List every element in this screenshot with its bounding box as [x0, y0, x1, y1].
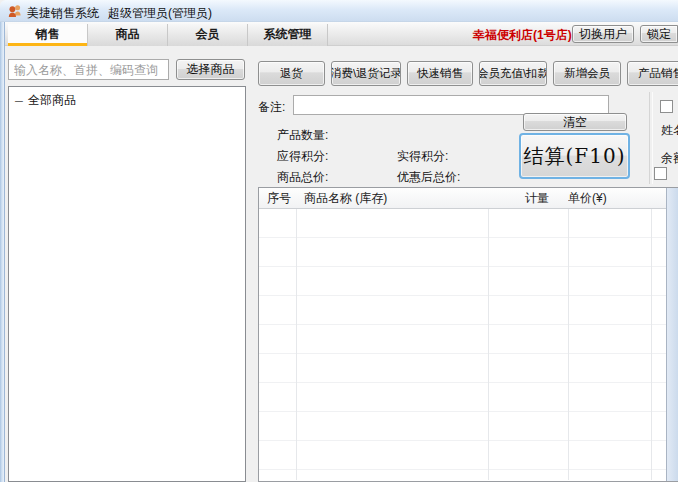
table-vertical-scrollbar[interactable]	[666, 188, 678, 481]
switch-user-button[interactable]: 切换用户	[572, 25, 634, 43]
table-row	[259, 470, 667, 482]
tab-system-management[interactable]: 系统管理	[248, 24, 328, 46]
users-icon	[7, 3, 23, 19]
discounted-total-label: 优惠后总价:	[397, 169, 460, 186]
table-row	[259, 441, 667, 470]
member-balance-label: 余额	[661, 150, 678, 167]
column-header-index: 序号	[259, 188, 296, 208]
lock-button[interactable]: 锁定	[640, 25, 678, 43]
points-actual-label: 实得积分:	[397, 148, 448, 165]
sale-return-records-button[interactable]: 消费\退货记录	[331, 61, 401, 86]
table-row	[259, 209, 667, 238]
table-header: 序号 商品名称 (库存) 计量 单价(¥)	[259, 188, 667, 209]
tree-item-label: 全部商品	[28, 92, 76, 109]
tab-sales[interactable]: 销售	[8, 24, 88, 46]
column-header-unit-price: 单价(¥)	[568, 188, 653, 208]
member-recharge-deduct-button[interactable]: 会员充值\扣款	[479, 61, 547, 86]
table-row	[259, 267, 667, 296]
product-quantity-label: 产品数量:	[277, 127, 328, 144]
member-checkbox-bottom[interactable]	[654, 167, 667, 180]
table-column-divider	[296, 209, 297, 480]
checkout-button[interactable]: 结算(F10)	[519, 133, 630, 179]
column-header-product-name: 商品名称 (库存)	[296, 188, 488, 208]
tab-members[interactable]: 会员	[168, 24, 248, 46]
table-row	[259, 296, 667, 325]
product-sale-button[interactable]: 产品销售	[627, 61, 678, 86]
app-title: 美捷销售系统	[27, 6, 99, 20]
sale-items-table: 序号 商品名称 (库存) 计量 单价(¥)	[258, 187, 678, 482]
remark-label: 备注:	[258, 99, 285, 116]
table-column-divider	[651, 209, 652, 480]
table-column-divider	[568, 209, 569, 480]
column-header-quantity: 计量	[488, 188, 568, 208]
table-body	[259, 209, 667, 481]
tree-item-all-products[interactable]: ─ 全部商品	[9, 87, 245, 109]
clear-button[interactable]: 清空	[523, 113, 627, 131]
table-row	[259, 325, 667, 354]
window-left-border	[0, 22, 5, 482]
tab-products[interactable]: 商品	[88, 24, 168, 46]
tree-collapse-icon[interactable]: ─	[14, 95, 24, 107]
total-price-label: 商品总价:	[277, 169, 328, 186]
title-bar: 美捷销售系统超级管理员(管理员)	[0, 0, 678, 22]
product-search-input[interactable]	[8, 59, 169, 80]
add-member-button[interactable]: 新增会员	[553, 61, 621, 86]
select-product-button[interactable]: 选择商品	[176, 59, 245, 80]
member-checkbox-top[interactable]	[660, 100, 673, 113]
table-column-divider	[488, 209, 489, 480]
points-due-label: 应得积分:	[277, 148, 328, 165]
member-panel-divider	[649, 92, 653, 184]
store-name-label: 幸福便利店(1号店)	[473, 27, 572, 44]
quick-sale-button[interactable]: 快速销售	[407, 61, 473, 86]
table-row	[259, 383, 667, 412]
member-name-label: 姓名	[661, 122, 678, 139]
table-row	[259, 238, 667, 267]
window-title: 美捷销售系统超级管理员(管理员)	[27, 5, 212, 22]
return-goods-button[interactable]: 退货	[258, 61, 325, 86]
logged-in-user: 超级管理员(管理员)	[108, 6, 212, 20]
table-row	[259, 354, 667, 383]
remark-input[interactable]	[293, 95, 609, 115]
product-category-tree: ─ 全部商品	[8, 86, 246, 482]
table-row	[259, 412, 667, 441]
